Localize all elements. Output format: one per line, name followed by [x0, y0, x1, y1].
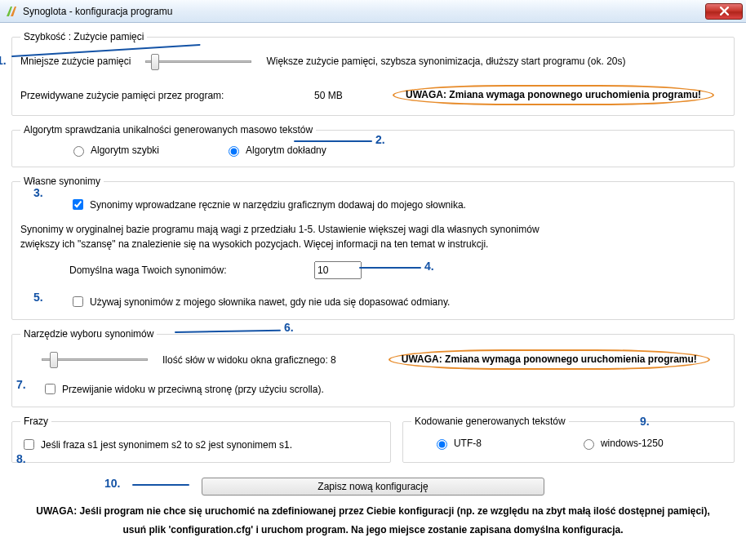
reverse-scroll-label: Przewijanie widoku w przeciwną stronę (p…: [62, 384, 324, 395]
algo-exact-radio[interactable]: [229, 146, 239, 157]
encoding-win1250-radio[interactable]: [584, 439, 594, 450]
algo-fast-radio[interactable]: [73, 146, 84, 157]
reverse-scroll-checkbox[interactable]: [45, 384, 56, 394]
speed-memory-group: Szybkość : Zużycie pamięci Mniejsze zuży…: [11, 31, 735, 116]
tool-legend: Narzędzie wyboru synonimów: [20, 328, 157, 340]
reverse-scroll-option[interactable]: Przewijanie widoku w przeciwną stronę (p…: [42, 381, 324, 397]
speed-slider[interactable]: [145, 54, 251, 69]
app-icon: [5, 5, 18, 18]
less-memory-label: Mniejsze zużycie pamięci: [20, 56, 131, 67]
algo-exact-label: Algorytm dokładny: [246, 144, 326, 156]
algo-fast-label: Algorytm szybki: [91, 144, 159, 156]
bottom-note-line2: usuń plik 'configuration.cfg' i uruchom …: [11, 521, 735, 540]
syn-desc-line2: zwiększy ich "szansę" na znalezienie się…: [20, 238, 726, 250]
phrases-legend: Frazy: [20, 416, 51, 427]
phrases-group: Frazy Jeśli fraza s1 jest synonimem s2 t…: [11, 416, 391, 463]
encoding-win1250-label: windows-1250: [601, 438, 664, 449]
encoding-win1250-option[interactable]: windows-1250: [579, 437, 664, 450]
tool-slider[interactable]: [42, 353, 148, 367]
use-own-checkbox[interactable]: [73, 296, 83, 307]
phrase-sym-option[interactable]: Jeśli fraza s1 jest synonimem s2 to s2 j…: [20, 437, 292, 452]
titlebar: Synoglota - konfiguracja programu: [0, 0, 746, 23]
use-own-option[interactable]: Używaj synonimów z mojego słownika nawet…: [69, 294, 450, 309]
save-button[interactable]: Zapisz nową konfigurację: [202, 478, 544, 496]
encoding-legend: Kodowanie generowanych tekstów: [411, 416, 569, 427]
window-title: Synoglota - konfiguracja programu: [23, 6, 705, 17]
algorithm-legend: Algorytm sprawdzania unikalności generow…: [20, 124, 316, 136]
speed-memory-legend: Szybkość : Zużycie pamięci: [20, 31, 147, 42]
client-area: Szybkość : Zużycie pamięci Mniejsze zuży…: [0, 23, 746, 560]
algo-exact-option[interactable]: Algorytm dokładny: [224, 144, 326, 157]
speed-warning: UWAGA: Zmiana wymaga ponownego uruchomie…: [393, 85, 714, 105]
encoding-utf8-label: UTF-8: [454, 438, 482, 449]
weight-label: Domyślna waga Twoich synonimów:: [69, 264, 314, 276]
own-synonyms-legend: Własne synonimy: [20, 176, 104, 187]
algorithm-group: Algorytm sprawdzania unikalności generow…: [11, 124, 735, 167]
own-synonyms-group: Własne synonimy Synonimy wprowadzane ręc…: [11, 176, 735, 320]
add-to-dict-label: Synonimy wprowadzane ręcznie w narzędziu…: [90, 199, 466, 211]
algo-fast-option[interactable]: Algorytm szybki: [69, 144, 159, 157]
encoding-group: Kodowanie generowanych tekstów UTF-8 win…: [402, 416, 735, 463]
add-to-dict-option[interactable]: Synonimy wprowadzane ręcznie w narzędziu…: [69, 197, 466, 212]
annotation-1: 1.: [0, 54, 7, 67]
tool-group: Narzędzie wyboru synonimów Ilość słów w …: [11, 328, 735, 407]
more-memory-label: Większe zużycie pamięci, szybsza synonim…: [266, 56, 625, 67]
predicted-memory-value: 50 MB: [314, 90, 393, 101]
add-to-dict-checkbox[interactable]: [73, 199, 83, 210]
weight-input[interactable]: [314, 261, 362, 279]
predicted-memory-label: Przewidywane zużycie pamięci przez progr…: [20, 90, 314, 101]
bottom-note-line1: UWAGA: Jeśli program nie chce się urucho…: [11, 502, 735, 521]
close-button[interactable]: [705, 3, 743, 20]
syn-desc-line1: Synonimy w oryginalnej bazie programu ma…: [20, 224, 726, 235]
encoding-utf8-option[interactable]: UTF-8: [433, 437, 482, 450]
tool-warning: UWAGA: Zmiana wymaga ponownego uruchomie…: [389, 349, 710, 370]
tool-count-label: Ilość słów w widoku okna graficznego: 8: [162, 354, 336, 366]
phrase-sym-checkbox[interactable]: [24, 439, 34, 450]
encoding-utf8-radio[interactable]: [437, 439, 447, 450]
bottom-note: UWAGA: Jeśli program nie chce się urucho…: [11, 502, 735, 540]
phrase-sym-label: Jeśli fraza s1 jest synonimem s2 to s2 j…: [41, 439, 292, 451]
use-own-label: Używaj synonimów z mojego słownika nawet…: [90, 296, 450, 308]
